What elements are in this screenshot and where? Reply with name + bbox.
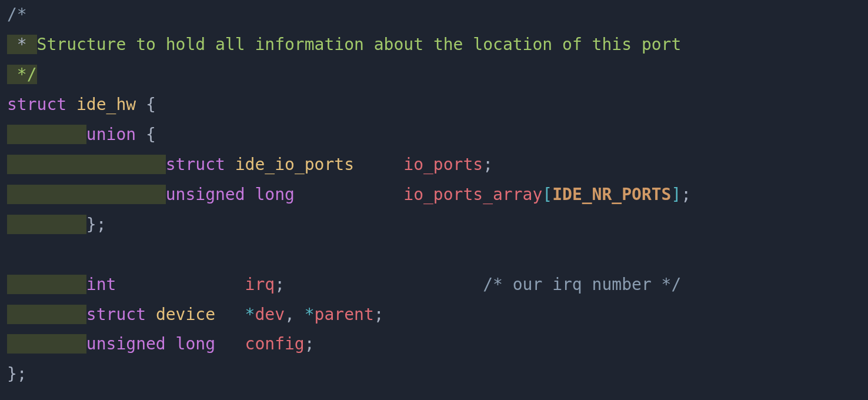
added-gutter bbox=[7, 155, 166, 174]
type-device: device bbox=[156, 305, 215, 324]
line-11: struct device *dev, *parent; bbox=[7, 305, 384, 324]
line-12: unsigned long config; bbox=[7, 334, 315, 354]
identifier-io-ports-array: io_ports_array bbox=[403, 185, 542, 204]
semicolon: ; bbox=[483, 155, 493, 174]
line-1: /* bbox=[7, 5, 27, 24]
comma: , bbox=[285, 305, 305, 324]
type-ide-io-ports: ide_io_ports bbox=[235, 155, 354, 174]
line-6: struct ide_io_ports io_ports; bbox=[7, 155, 493, 174]
pad bbox=[215, 305, 245, 324]
semicolon: ; bbox=[305, 334, 315, 354]
semicolon: ; bbox=[275, 275, 285, 294]
keyword-int: int bbox=[86, 275, 116, 294]
keyword-struct: struct bbox=[86, 305, 146, 324]
line-5: union { bbox=[7, 125, 156, 144]
brace-close: }; bbox=[86, 215, 106, 234]
added-gutter bbox=[7, 215, 86, 234]
pad bbox=[116, 275, 245, 294]
pad bbox=[215, 334, 245, 354]
keyword-long: long bbox=[176, 334, 215, 354]
added-gutter bbox=[7, 185, 166, 204]
added-gutter bbox=[7, 305, 86, 324]
identifier-io-ports: io_ports bbox=[403, 155, 483, 174]
brace-open: { bbox=[136, 125, 156, 144]
identifier-irq: irq bbox=[245, 275, 275, 294]
keyword-long: long bbox=[255, 185, 294, 204]
added-gutter bbox=[7, 334, 86, 354]
keyword-unsigned: unsigned bbox=[166, 185, 245, 204]
keyword-struct: struct bbox=[7, 95, 66, 114]
star: * bbox=[305, 305, 315, 324]
semicolon: ; bbox=[374, 305, 384, 324]
line-4: struct ide_hw { bbox=[7, 95, 156, 114]
added-gutter: * bbox=[7, 35, 37, 54]
identifier-parent: parent bbox=[315, 305, 374, 324]
brace-open: { bbox=[136, 95, 156, 114]
bracket-open: [ bbox=[542, 185, 552, 204]
pad bbox=[295, 185, 325, 204]
line-2: * Structure to hold all information abou… bbox=[7, 35, 681, 54]
brace-close: }; bbox=[7, 364, 27, 384]
line-7: unsigned long io_ports_array[IDE_NR_PORT… bbox=[7, 185, 691, 204]
comment-body: Structure to hold all information about … bbox=[37, 35, 682, 54]
line-8: }; bbox=[7, 215, 106, 234]
line-3: */ bbox=[7, 65, 37, 84]
keyword-union: union bbox=[86, 125, 136, 144]
macro-ide-nr-ports: IDE_NR_PORTS bbox=[552, 185, 671, 204]
line-10: int irq; /* our irq number */ bbox=[7, 275, 681, 294]
keyword-struct: struct bbox=[166, 155, 225, 174]
keyword-unsigned: unsigned bbox=[86, 334, 166, 354]
added-gutter bbox=[7, 125, 86, 144]
pad bbox=[285, 275, 483, 294]
comment-close: */ bbox=[7, 65, 37, 84]
line-13: }; bbox=[7, 364, 27, 384]
bracket-close: ] bbox=[671, 185, 681, 204]
identifier-dev: dev bbox=[255, 305, 285, 324]
star: * bbox=[245, 305, 255, 324]
type-ide-hw: ide_hw bbox=[76, 95, 136, 114]
semicolon: ; bbox=[681, 185, 691, 204]
comment-open: /* bbox=[7, 5, 27, 24]
added-gutter bbox=[7, 275, 86, 294]
comment-irq: /* our irq number */ bbox=[483, 275, 681, 294]
identifier-config: config bbox=[245, 334, 305, 354]
code-block: /* * Structure to hold all information a… bbox=[0, 0, 868, 396]
